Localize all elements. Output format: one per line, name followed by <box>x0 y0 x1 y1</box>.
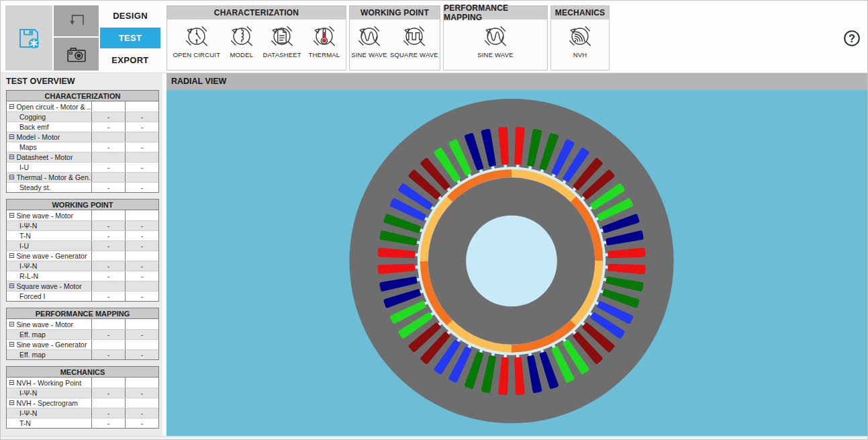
toolbar-group-performance-mapping: PERFORMANCE MAPPINGSINE WAVE <box>443 5 548 71</box>
table-row-sine-wave-generator[interactable]: ⊟Sine wave - Generator <box>7 339 158 349</box>
camera-icon <box>62 40 91 69</box>
save-icon <box>14 24 44 53</box>
collapse-expander-icon[interactable]: ⊟ <box>9 283 14 290</box>
row-label: ⊟Sine wave - Generator <box>7 340 91 349</box>
save-button[interactable] <box>5 5 52 71</box>
table-row-t-n[interactable]: T-N-- <box>7 230 158 240</box>
table-row-i-n[interactable]: I-Ψ-N-- <box>7 220 158 230</box>
tool-label: DATASHEET <box>262 51 301 58</box>
table-row-t-n[interactable]: T-N-- <box>7 418 158 428</box>
row-value: - <box>125 408 158 418</box>
table-row-sine-wave-motor[interactable]: ⊟Sine wave - Motor <box>7 319 158 329</box>
row-value: - <box>125 350 158 359</box>
tool-characterization-open-circuit[interactable]: OPEN CIRCUIT <box>172 22 222 58</box>
row-value <box>91 319 125 329</box>
table-title: CHARACTERIZATION <box>7 91 158 101</box>
table-row-eff-map[interactable]: Eff. map-- <box>7 349 158 359</box>
tool-working-point-square-wave[interactable]: SQUARE WAVE <box>389 22 440 58</box>
row-label: Forced I <box>7 292 91 301</box>
row-value: - <box>91 183 125 192</box>
table-row-forced-i[interactable]: Forced I-- <box>7 291 158 301</box>
row-label: I-U <box>7 241 91 251</box>
table-row-i-u[interactable]: I-U-- <box>7 162 158 172</box>
collapse-expander-icon[interactable]: ⊟ <box>9 103 14 110</box>
undo-button[interactable] <box>54 5 99 36</box>
table-row-back-emf[interactable]: Back emf-- <box>7 122 158 132</box>
table-row-model-motor[interactable]: ⊟Model - Motor <box>7 132 158 142</box>
row-label: Eff. map <box>7 330 91 339</box>
row-value <box>91 340 125 349</box>
table-row-maps[interactable]: Maps-- <box>7 142 158 152</box>
row-label: ⊟Square wave - Motor <box>7 281 91 291</box>
sine-wave-icon <box>355 22 383 50</box>
table-title: PERFORMANCE MAPPING <box>7 308 158 319</box>
row-label: ⊟NVH - Spectrogram <box>7 398 91 408</box>
shaft <box>466 216 557 307</box>
row-value: - <box>91 163 125 172</box>
table-row-sine-wave-motor[interactable]: ⊟Sine wave - Motor <box>7 210 158 220</box>
table-row-i-n[interactable]: I-Ψ-N-- <box>7 408 158 418</box>
tool-characterization-datasheet[interactable]: DATASHEET <box>261 22 302 58</box>
tool-label: MODEL <box>230 51 253 58</box>
test-table-performance-mapping: PERFORMANCE MAPPING⊟Sine wave - MotorEff… <box>6 308 159 360</box>
row-value <box>91 132 125 142</box>
collapse-expander-icon[interactable]: ⊟ <box>9 321 14 328</box>
collapse-expander-icon[interactable]: ⊟ <box>9 253 14 259</box>
tab-export[interactable]: EXPORT <box>100 50 160 71</box>
row-label: ⊟Thermal - Motor & Gen... <box>7 173 91 182</box>
row-label: T-N <box>7 419 91 428</box>
table-row-square-wave-motor[interactable]: ⊟Square wave - Motor <box>7 281 158 291</box>
row-value: - <box>125 231 158 240</box>
tool-characterization-thermal[interactable]: THERMAL <box>307 22 342 58</box>
collapse-expander-icon[interactable]: ⊟ <box>9 154 14 161</box>
row-label: Cogging <box>7 112 91 122</box>
collapse-expander-icon[interactable]: ⊟ <box>9 400 14 406</box>
collapse-expander-icon[interactable]: ⊟ <box>9 212 14 219</box>
status-bar <box>1 436 867 440</box>
table-row-cogging[interactable]: Cogging-- <box>7 112 158 122</box>
row-value <box>125 152 158 162</box>
help-question-icon <box>840 27 863 50</box>
table-row-i-n[interactable]: I-Ψ-N-- <box>7 261 158 271</box>
table-row-datasheet-motor[interactable]: ⊟Datasheet - Motor <box>7 152 158 162</box>
row-value <box>125 340 158 349</box>
table-row-nvh-spectrogram[interactable]: ⊟NVH - Spectrogram <box>7 398 158 408</box>
snapshot-button[interactable] <box>54 38 99 71</box>
row-label: Eff. map <box>7 350 91 359</box>
tool-characterization-model[interactable]: MODEL <box>226 22 257 58</box>
tool-label: SQUARE WAVE <box>390 51 438 58</box>
table-row-sine-wave-generator[interactable]: ⊟Sine wave - Generator <box>7 251 158 261</box>
collapse-expander-icon[interactable]: ⊟ <box>9 380 14 386</box>
row-value: - <box>125 292 158 301</box>
sidebar-title: TEST OVERVIEW <box>1 73 162 90</box>
collapse-expander-icon[interactable]: ⊟ <box>9 341 14 348</box>
row-value <box>125 281 158 291</box>
row-value <box>91 281 125 291</box>
help-button[interactable] <box>840 27 863 50</box>
test-table-mechanics: MECHANICS⊟NVH - Working PointI-Ψ-N--⊟NVH… <box>6 366 159 429</box>
table-row-open-circuit-motor[interactable]: ⊟Open circuit - Motor & ... <box>7 101 158 112</box>
collapse-expander-icon[interactable]: ⊟ <box>9 174 14 181</box>
collapse-expander-icon[interactable]: ⊟ <box>9 134 14 140</box>
row-value <box>125 251 158 261</box>
table-row-thermal-motor-gen[interactable]: ⊟Thermal - Motor & Gen... <box>7 172 158 182</box>
toolbar-group-mechanics: MECHANICSNVH <box>550 5 610 71</box>
table-row-steady-st[interactable]: Steady st.-- <box>7 182 158 192</box>
row-value <box>91 210 125 220</box>
table-row-eff-map[interactable]: Eff. map-- <box>7 329 158 339</box>
tool-mechanics-nvh[interactable]: NVH <box>565 22 595 58</box>
table-row-r-l-n[interactable]: R-L-N-- <box>7 271 158 281</box>
radial-view-canvas[interactable] <box>166 90 867 436</box>
row-value <box>91 378 125 388</box>
tab-design[interactable]: DESIGN <box>100 5 160 26</box>
table-row-i-u[interactable]: I-U-- <box>7 240 158 251</box>
row-value: - <box>91 350 125 359</box>
table-row-nvh-working-point[interactable]: ⊟NVH - Working Point <box>7 378 158 388</box>
radial-viewer: RADIAL VIEW <box>166 73 867 436</box>
table-row-i-n[interactable]: I-Ψ-N-- <box>7 388 158 398</box>
tool-working-point-sine-wave[interactable]: SINE WAVE <box>350 22 389 58</box>
tab-test[interactable]: TEST <box>100 28 160 48</box>
row-label: T-N <box>7 231 91 240</box>
tool-performance-mapping-sine-wave[interactable]: SINE WAVE <box>476 22 515 58</box>
square-wave-icon <box>400 22 428 50</box>
